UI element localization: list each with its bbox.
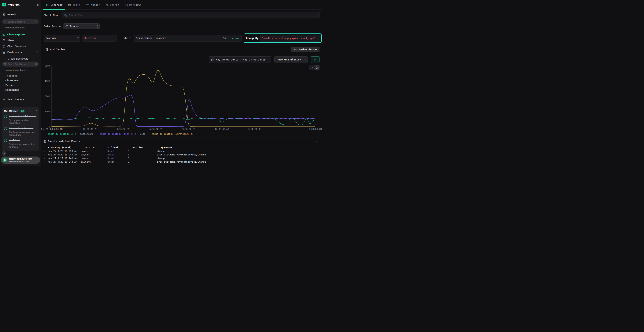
sidebar-item-client-sessions[interactable]: Client Sessions — [0, 43, 41, 49]
legend-swatch — [44, 134, 46, 134]
legend-item[interactable]: maxIf(toFloat640..))) · mastercard — [44, 132, 94, 135]
expand-row-icon[interactable]: › — [44, 157, 46, 160]
expand-row-icon[interactable]: › — [44, 150, 46, 152]
events-column-header[interactable]: ⋮SpanName — [157, 146, 320, 149]
hyperdx-logo-icon — [2, 3, 6, 6]
aggregation-select[interactable]: Maximum — [44, 35, 80, 42]
where-input[interactable]: ServiceName: payment SQL|Lucene — [134, 35, 242, 42]
check-circle-icon — [4, 139, 7, 142]
set-number-format-button[interactable]: Set number format — [291, 47, 320, 52]
sql-toggle-option[interactable]: SQL — [223, 37, 227, 40]
tab-table[interactable]: Table — [65, 0, 83, 10]
svg-text:3:30:00 AM: 3:30:00 AM — [248, 128, 261, 130]
get-started-header[interactable]: Get Started 3/3 — [4, 110, 37, 112]
svg-text:600M: 600M — [45, 65, 50, 67]
column-handle-icon[interactable]: ⋮ — [157, 146, 159, 149]
sidebar-section-search[interactable]: Search — [0, 9, 41, 18]
svg-text:0: 0 — [49, 126, 50, 128]
list-search-icon — [106, 4, 108, 6]
preset-services[interactable]: Services — [0, 83, 41, 88]
get-started-title: Get Started — [4, 110, 18, 112]
chart-legend: maxIf(toFloat640..))) · mastercard maxIf… — [44, 132, 322, 135]
user-menu[interactable]: D dale@clickhouse.com dale@clickhouse.co… — [1, 156, 40, 164]
sidebar-item-dashboards[interactable]: Dashboards — [0, 49, 41, 55]
logo-row: HyperDX — [0, 0, 41, 9]
user-subtext: dale@clickhouse.com's — [8, 160, 32, 162]
saved-searches-input[interactable]: Saved Searches ⌘K — [2, 19, 39, 24]
run-query-button[interactable] — [311, 56, 320, 63]
column-handle-icon[interactable]: ⋮ — [128, 146, 130, 149]
legend-swatch — [96, 134, 98, 134]
line-chart: 0150M300M450M600MMay 26 9:00:00 AM12:30:… — [43, 64, 320, 132]
granularity-value: Auto Granularity — [277, 58, 301, 61]
events-column-header[interactable]: Timestamp (Local) — [44, 146, 81, 149]
help-button[interactable]: ? — [2, 151, 6, 156]
svg-text:9:30:00 PM: 9:30:00 PM — [182, 128, 195, 130]
events-table: Timestamp (Local)⋮service⋮level⋮duration… — [41, 146, 322, 164]
granularity-select[interactable]: Auto Granularity — [274, 56, 308, 63]
create-dashboard-button[interactable]: +Create Dashboard — [0, 55, 41, 60]
svg-text:450M: 450M — [45, 80, 50, 82]
legend-item[interactable]: maxIf(toFloat640..Duration))))) · — [148, 132, 196, 135]
chart-name-label: Chart Name — [44, 14, 62, 17]
presets-header[interactable]: PRESETS — [5, 75, 38, 77]
tab-markdown[interactable]: Markdown — [122, 0, 144, 10]
table-menu-icon[interactable]: ⋮ — [316, 146, 318, 149]
event-row[interactable]: ›May 27 9:29:18.249 AMpaymentUnset3grpc.… — [41, 153, 322, 156]
sidebar-collapse-icon[interactable] — [36, 3, 39, 6]
column-handle-icon[interactable]: ⋮ — [108, 146, 110, 149]
event-row[interactable]: ›May 27 9:29:18.250 AMpaymentUnset1charg… — [41, 149, 322, 153]
data-source-icon — [66, 25, 68, 28]
tab-line-bar[interactable]: Line/Bar — [43, 0, 65, 10]
saved-dashboards-input[interactable]: Saved Dashboards ⌘K — [2, 62, 39, 66]
events-header-row: Timestamp (Local)⋮service⋮level⋮duration… — [41, 146, 322, 149]
expand-row-icon[interactable]: › — [44, 153, 46, 156]
event-row[interactable]: ›May 27 9:29:18.243 AMpaymentUnset1charg… — [41, 156, 322, 160]
select-arrows-icon — [78, 37, 78, 39]
bar-chart-toggle-icon[interactable] — [314, 65, 319, 70]
get-started-item[interactable]: Add Data Start sending logs, metrics, or… — [4, 139, 37, 148]
sidebar-item-team-settings[interactable]: Team Settings — [0, 96, 41, 102]
expand-row-icon[interactable]: › — [44, 160, 46, 163]
markdown-icon — [125, 4, 128, 6]
preset-clickhouse[interactable]: ClickHouse — [0, 78, 41, 83]
line-chart-toggle-icon[interactable] — [310, 65, 314, 70]
legend-series-name: maxIf(toFloat640..))) — [48, 132, 76, 135]
get-started-item[interactable]: Connect to ClickHouse Set up your databa… — [4, 115, 37, 124]
chart-name-input[interactable] — [62, 12, 320, 18]
lucene-toggle-option[interactable]: Lucene — [231, 37, 239, 40]
sidebar-item-alerts[interactable]: Alerts — [0, 38, 41, 43]
add-series-button[interactable]: Add Series — [44, 48, 65, 51]
search-section-icon — [2, 13, 5, 16]
saved-dashboards-placeholder: Saved Dashboards — [8, 63, 28, 66]
legend-item[interactable]: maxIf(toFloat640..tion))))) · visa — [96, 132, 145, 135]
group-by-input[interactable]: SpanAttributes['app.payment.card_type'] — [260, 35, 320, 42]
toggle-divider: | — [228, 37, 230, 40]
column-handle-icon[interactable]: ⋮ — [81, 146, 83, 149]
sample-matched-events-panel: Sample Matched Events Timestamp (Local)⋮… — [41, 138, 322, 166]
events-column-header[interactable]: ⋮duration — [128, 146, 157, 149]
search-icon — [4, 63, 6, 65]
svg-text:May 26 9:00:00 AM: May 26 9:00:00 AM — [41, 128, 62, 130]
sidebar-item-chart-explorer[interactable]: Chart Explorer — [0, 32, 41, 38]
svg-text:6:30:00 PM: 6:30:00 PM — [149, 128, 162, 130]
sidebar-nav: Chart ExplorerAlertsClient SessionsDashb… — [0, 32, 41, 55]
events-column-header[interactable]: ⋮service — [81, 146, 108, 149]
event-row[interactable]: ›May 27 9:29:18.243 AMpaymentUnset1grpc.… — [41, 160, 322, 164]
events-column-header[interactable]: ⋮level — [108, 146, 128, 149]
date-range-picker[interactable]: May 26 09:29:19 - May 27 09:29:19 — [209, 56, 271, 63]
get-started-item[interactable]: Create Data Sources Configure where your… — [4, 127, 37, 136]
where-value: ServiceName: payment — [136, 37, 166, 40]
chevron-down-icon — [4, 75, 6, 76]
svg-text:150M: 150M — [45, 110, 50, 113]
data-source-label: Data Source — [44, 25, 61, 28]
group-by-label: Group By — [246, 37, 258, 40]
chevron-up-icon — [36, 110, 38, 112]
preset-kubernetes[interactable]: Kubernetes — [0, 88, 41, 92]
data-source-select[interactable]: Traces — [64, 24, 100, 29]
tab-search[interactable]: Search — [103, 0, 122, 10]
field-select[interactable]: Duration — [82, 35, 117, 42]
svg-text:3:30:00 PM: 3:30:00 PM — [116, 128, 129, 130]
tab-number[interactable]: 123Number — [83, 0, 103, 10]
field-value: Duration — [84, 37, 96, 40]
